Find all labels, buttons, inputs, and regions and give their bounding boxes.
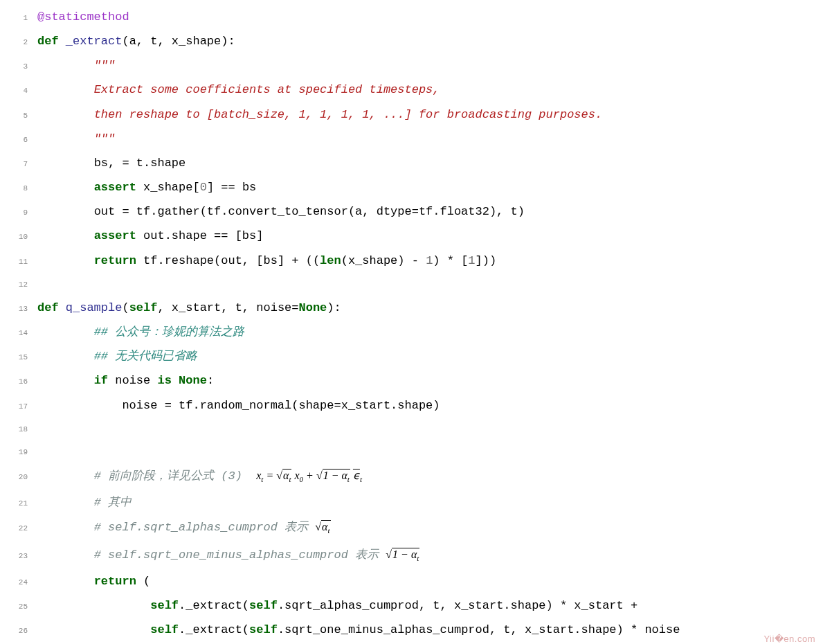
line-number: 20 [7, 466, 37, 489]
line-number: 15 [7, 346, 37, 369]
code-line: 13def q_sample(self, x_start, t, noise=N… [7, 296, 825, 321]
code-line: 24 return ( [7, 570, 825, 594]
token: bs, = t.shape [94, 156, 186, 170]
token: .sqrt_one_minus_alphas_cumprod, t, x_sta… [278, 623, 680, 636]
code-content: noise = tf.random_normal(shape=x_start.s… [37, 394, 825, 417]
token: xt = √αt x0 + √1 − αt ϵt [256, 469, 362, 481]
token: (x_shape) - [341, 254, 426, 267]
token: 1 [426, 254, 433, 267]
line-number: 19 [7, 441, 37, 464]
code-line: 4 Extract some coefficients at specified… [7, 78, 825, 102]
code-line: 12 [7, 274, 825, 296]
code-content: # self.sqrt_one_minus_alphas_cumprod 表示 … [37, 543, 825, 570]
code-line: 1@staticmethod [7, 6, 825, 30]
code-content: # self.sqrt_alphas_cumprod 表示 √αt [37, 515, 825, 542]
code-content: ## 公众号：珍妮的算法之路 [37, 321, 825, 343]
token: @staticmethod [37, 10, 129, 24]
token: (a, t, x_shape): [122, 35, 235, 48]
line-number: 22 [7, 517, 37, 540]
code-content: """ [37, 54, 825, 77]
token: # 其中 [94, 496, 132, 509]
line-number: 7 [7, 153, 37, 176]
line-number: 21 [7, 492, 37, 515]
line-number: 5 [7, 105, 37, 127]
token: .sqrt_alphas_cumprod, t, x_start.shape) … [278, 599, 637, 612]
code-line: 19 [7, 441, 825, 464]
code-content: ## 无关代码已省略 [37, 345, 825, 368]
token: tf.reshape(out, [bs] + (( [136, 254, 320, 267]
code-line: 15 ## 无关代码已省略 [7, 345, 825, 369]
token: ( [136, 575, 150, 588]
token: self [249, 599, 278, 612]
token: q_sample [66, 301, 123, 314]
token: return [94, 254, 136, 267]
code-content: then reshape to [batch_size, 1, 1, 1, 1,… [37, 103, 825, 126]
code-content: self._extract(self.sqrt_alphas_cumprod, … [37, 594, 825, 617]
line-number: 25 [7, 596, 37, 618]
code-line: 9 out = tf.gather(tf.convert_to_tensor(a… [7, 200, 825, 224]
token: ])) [476, 254, 497, 267]
line-number: 8 [7, 177, 37, 200]
line-number: 17 [7, 395, 37, 418]
code-line: 14 ## 公众号：珍妮的算法之路 [7, 321, 825, 345]
code-content: @staticmethod [37, 6, 825, 28]
token: √αt [315, 520, 330, 533]
code-line: 7 bs, = t.shape [7, 152, 825, 176]
token: 1 [468, 254, 475, 267]
token: ._extract( [179, 623, 249, 636]
code-line: 21 # 其中 [7, 491, 825, 515]
code-line: 2def _extract(a, t, x_shape): [7, 30, 825, 54]
token: out = tf.gather(tf.convert_to_tensor(a, … [94, 205, 525, 218]
token: # 前向阶段，详见公式 (3) [94, 469, 257, 483]
token: 0 [200, 181, 207, 194]
line-number: 1 [7, 7, 37, 30]
token: # self.sqrt_alphas_cumprod 表示 [94, 521, 316, 534]
code-content: assert out.shape == [bs] [37, 224, 825, 247]
code-content: out = tf.gather(tf.convert_to_tensor(a, … [37, 200, 825, 223]
line-number: 18 [7, 418, 37, 441]
token: None [299, 301, 327, 314]
code-line: 5 then reshape to [batch_size, 1, 1, 1, … [7, 103, 825, 127]
line-number: 23 [7, 545, 37, 568]
code-content: if noise is None: [37, 369, 825, 392]
token: then reshape to [batch_size, 1, 1, 1, 1,… [94, 108, 603, 121]
code-content: # 前向阶段，详见公式 (3) xt = √αt x0 + √1 − αt ϵt [37, 464, 825, 491]
token: x_shape[ [136, 181, 200, 194]
line-number: 13 [7, 298, 37, 321]
line-number: 11 [7, 251, 37, 274]
token: return [94, 575, 136, 588]
token: : [207, 374, 214, 387]
token: assert [94, 181, 136, 194]
code-content: return tf.reshape(out, [bs] + ((len(x_sh… [37, 249, 825, 272]
token: ): [327, 301, 341, 314]
token: noise = tf.random_normal(shape=x_start.s… [122, 399, 440, 412]
line-number: 14 [7, 322, 37, 345]
token: def [37, 35, 66, 48]
code-line: 16 if noise is None: [7, 369, 825, 393]
token: assert [94, 229, 136, 242]
token: len [320, 254, 341, 267]
token: ( [122, 301, 129, 314]
code-line: 17 noise = tf.random_normal(shape=x_star… [7, 394, 825, 418]
code-content: def q_sample(self, x_start, t, noise=Non… [37, 296, 825, 319]
token: , x_start, t, noise= [157, 301, 298, 314]
code-line: 26 self._extract(self.sqrt_one_minus_alp… [7, 618, 825, 643]
token: √1 − αt [386, 548, 419, 560]
token: ] == bs [207, 181, 256, 194]
token: """ [94, 59, 116, 72]
line-number: 12 [7, 274, 37, 296]
line-number: 4 [7, 80, 37, 102]
code-line: 10 assert out.shape == [bs] [7, 224, 825, 249]
code-line: 20 # 前向阶段，详见公式 (3) xt = √αt x0 + √1 − αt… [7, 464, 825, 491]
token: self [150, 623, 179, 636]
code-line: 8 assert x_shape[0] == bs [7, 176, 825, 200]
token: self [129, 301, 158, 314]
token: # self.sqrt_one_minus_alphas_cumprod 表示 [94, 548, 386, 562]
token: ._extract( [179, 599, 249, 612]
line-number: 2 [7, 31, 37, 54]
code-line: 23 # self.sqrt_one_minus_alphas_cumprod … [7, 543, 825, 570]
token: Extract some coefficients at specified t… [94, 83, 440, 96]
code-line: 18 [7, 418, 825, 441]
token: _extract [66, 35, 123, 48]
watermark-site: Yii�en.com [763, 634, 815, 644]
